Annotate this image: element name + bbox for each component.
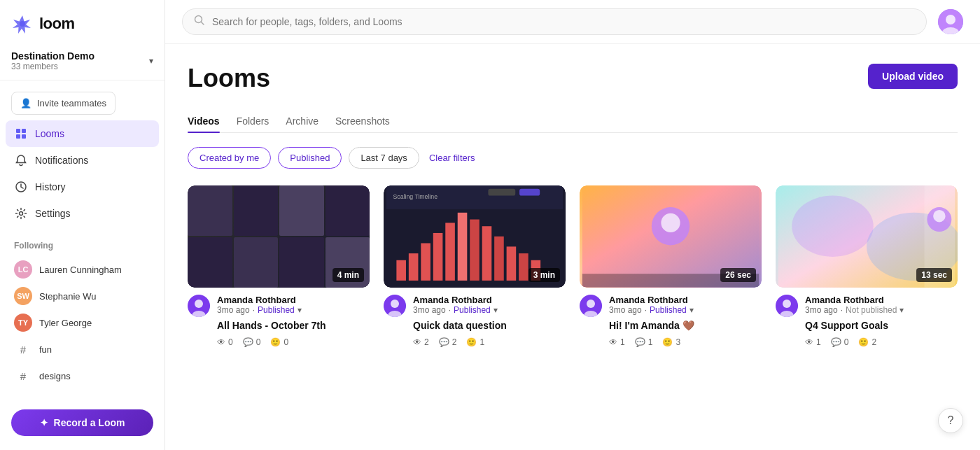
- video-stats-3: 👁 1 💬 1 🙂 3: [609, 337, 762, 347]
- sidebar-item-history[interactable]: History: [6, 174, 159, 200]
- video-grid: 4 min Amanda Rothbard 3mo ago · Publishe…: [188, 185, 958, 347]
- svg-rect-23: [482, 226, 492, 281]
- tab-folders-label: Folders: [237, 115, 270, 127]
- reactions-count-1: 0: [284, 337, 288, 347]
- video-card-1[interactable]: 4 min Amanda Rothbard 3mo ago · Publishe…: [188, 185, 370, 347]
- video-status-1: 3mo ago · Published ▾: [217, 305, 370, 315]
- video-stats-2: 👁 2 💬 2 🙂 1: [413, 337, 566, 347]
- reaction-icon-4: 🙂: [858, 337, 869, 347]
- comments-count-4: 0: [844, 337, 849, 347]
- reaction-icon-1: 🙂: [270, 337, 281, 347]
- author-name-3: Amanda Rothbard: [609, 295, 762, 305]
- video-card-2[interactable]: Scaling Timeline 3 min Amanda Rothbard: [384, 185, 566, 347]
- comment-icon-3: 💬: [635, 337, 645, 347]
- video-thumb-1: 4 min: [188, 185, 370, 288]
- hashtag-fun-label: fun: [39, 344, 52, 355]
- search-input[interactable]: [212, 16, 915, 27]
- svg-rect-3: [22, 129, 26, 133]
- views-stat-3: 👁 1: [609, 337, 625, 347]
- sidebar-item-looms[interactable]: Looms: [6, 120, 159, 147]
- search-bar[interactable]: [182, 8, 927, 35]
- video-meta-3: Amanda Rothbard 3mo ago · Published ▾ Hi…: [580, 295, 762, 347]
- chevron-down-icon: ▾: [149, 56, 153, 66]
- loom-star-icon: [11, 13, 34, 35]
- hashtag-item-designs[interactable]: # designs: [6, 363, 159, 389]
- svg-rect-2: [16, 129, 20, 133]
- notifications-label: Notifications: [35, 155, 88, 166]
- time-ago-2: 3mo ago: [413, 305, 446, 315]
- following-item-stephanie[interactable]: SW Stephanie Wu: [6, 283, 159, 309]
- following-name-lauren: Lauren Cunningham: [39, 265, 122, 275]
- time-ago-1: 3mo ago: [217, 305, 250, 315]
- comments-count-1: 0: [256, 337, 261, 347]
- avatar-lauren: LC: [14, 260, 32, 279]
- hashtag-designs-label: designs: [39, 371, 71, 381]
- avatar-tyler: TY: [14, 314, 32, 332]
- topbar: [165, 0, 980, 44]
- sidebar-item-notifications[interactable]: Notifications: [6, 147, 159, 174]
- logo-area[interactable]: loom: [0, 0, 164, 45]
- svg-rect-21: [458, 213, 468, 281]
- filter-created-by-me[interactable]: Created by me: [188, 147, 271, 169]
- video-stats-1: 👁 0 💬 0 🙂 0: [217, 337, 370, 347]
- following-section: Following LC Lauren Cunningham SW Stepha…: [0, 230, 164, 395]
- svg-point-1: [20, 21, 25, 27]
- logo-text: loom: [39, 15, 75, 33]
- svg-rect-20: [445, 223, 455, 281]
- invite-label: Invite teammates: [37, 98, 106, 108]
- tab-screenshots[interactable]: Screenshots: [335, 110, 390, 132]
- video-info-2: Amanda Rothbard 3mo ago · Published ▾ Qu…: [413, 295, 566, 347]
- invite-section: 👤 Invite teammates: [0, 80, 164, 118]
- workspace-section: Destination Demo 33 members ▾: [0, 45, 164, 80]
- search-icon: [194, 15, 205, 29]
- bell-icon: [14, 153, 28, 167]
- status-chevron-3: ▾: [690, 305, 694, 315]
- user-avatar[interactable]: [938, 9, 963, 34]
- status-label-1: Published: [258, 305, 295, 315]
- tab-archive[interactable]: Archive: [286, 110, 318, 132]
- tab-videos[interactable]: Videos: [188, 110, 220, 132]
- following-item-lauren[interactable]: LC Lauren Cunningham: [6, 256, 159, 283]
- svg-point-49: [783, 300, 791, 308]
- comment-icon-1: 💬: [243, 337, 253, 347]
- following-item-tyler[interactable]: TY Tyler George: [6, 309, 159, 336]
- svg-rect-4: [16, 134, 20, 139]
- clear-filters-button[interactable]: Clear filters: [426, 148, 478, 168]
- workspace-meta[interactable]: Destination Demo 33 members ▾: [11, 50, 153, 71]
- hashtag-item-fun[interactable]: # fun: [6, 336, 159, 363]
- views-count-3: 1: [620, 337, 625, 347]
- sidebar-item-settings[interactable]: Settings: [6, 200, 159, 227]
- reactions-stat-1: 🙂 0: [270, 337, 288, 347]
- reaction-icon-2: 🙂: [466, 337, 477, 347]
- reactions-stat-4: 🙂 2: [858, 337, 876, 347]
- record-btn-label: Record a Loom: [54, 417, 125, 428]
- invite-teammates-button[interactable]: 👤 Invite teammates: [11, 92, 115, 115]
- video-thumb-3: 26 sec: [580, 185, 762, 288]
- following-title: Following: [6, 241, 159, 256]
- time-ago-4: 3mo ago: [805, 305, 838, 315]
- video-meta-1: Amanda Rothbard 3mo ago · Published ▾ Al…: [188, 295, 370, 347]
- video-stats-4: 👁 1 💬 0 🙂 2: [805, 337, 958, 347]
- reactions-stat-2: 🙂 1: [466, 337, 484, 347]
- tab-folders[interactable]: Folders: [237, 110, 270, 132]
- video-card-3[interactable]: 26 sec Amanda Rothbard 3mo ago · Publish…: [580, 185, 762, 347]
- svg-rect-26: [519, 253, 528, 281]
- status-chevron-2: ▾: [493, 305, 498, 315]
- svg-rect-25: [507, 246, 517, 281]
- filter-published[interactable]: Published: [278, 147, 342, 169]
- comments-stat-1: 💬 0: [243, 337, 261, 347]
- record-loom-button[interactable]: ✦ Record a Loom: [11, 409, 153, 436]
- eye-icon-4: 👁: [805, 337, 813, 347]
- video-card-4[interactable]: 13 sec Amanda Rothbard 3mo ago · Not pub…: [776, 185, 958, 347]
- svg-rect-17: [409, 253, 419, 281]
- author-name-4: Amanda Rothbard: [805, 295, 958, 305]
- avatar-stephanie: SW: [14, 287, 32, 305]
- upload-video-button[interactable]: Upload video: [868, 64, 958, 89]
- help-button[interactable]: ?: [938, 408, 963, 433]
- sidebar: loom Destination Demo 33 members ▾ 👤 Inv…: [0, 0, 165, 450]
- views-stat-4: 👁 1: [805, 337, 821, 347]
- video-status-2: 3mo ago · Published ▾: [413, 305, 566, 315]
- comments-count-2: 2: [452, 337, 457, 347]
- filter-last-7-days[interactable]: Last 7 days: [349, 147, 419, 169]
- video-status-4: 3mo ago · Not published ▾: [805, 305, 958, 315]
